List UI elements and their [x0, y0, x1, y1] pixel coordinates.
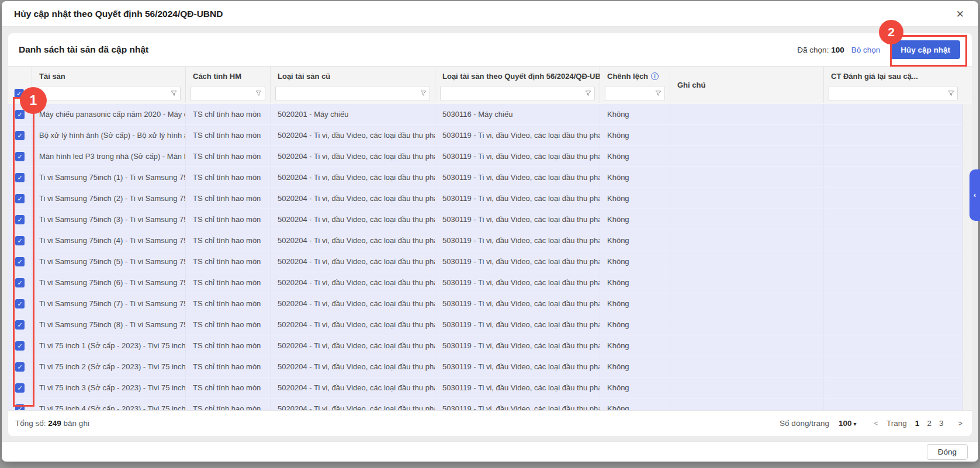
cell-old_type: 5020204 - Ti vi, đầu Video, các loại đầu…	[271, 377, 435, 398]
table-row[interactable]: ✓Bộ xử lý hình ảnh (Sở cấp) - Bộ xử lý h…	[8, 125, 972, 146]
table-header: ✓Tài sảnCách tính HMLoại tài sản cũLoại …	[8, 66, 972, 103]
table-row[interactable]: ✓Ti vi Samsung 75inch (3) - Ti vi Samsun…	[8, 209, 972, 230]
row-checkbox-cell: ✓	[8, 146, 32, 167]
rows-per-page-select[interactable]: 100▾	[839, 419, 857, 428]
cell-note	[670, 335, 824, 356]
table-row[interactable]: ✓Ti vi Samsung 75inch (1) - Ti vi Samsun…	[8, 167, 972, 188]
table-row[interactable]: ✓Máy chiếu panasonic cấp năm 2020 - Máy …	[8, 104, 972, 125]
table-row[interactable]: ✓Ti vi 75 inch 4 (Sở cấp - 2023) - Tivi …	[8, 398, 972, 410]
table-row[interactable]: ✓Ti vi Samsung 75inch (4) - Ti vi Samsun…	[8, 230, 972, 251]
info-icon[interactable]: i	[651, 72, 659, 80]
close-dialog-button[interactable]: Đóng	[927, 444, 968, 460]
table-row[interactable]: ✓Ti vi Samsung 75inch (2) - Ti vi Samsun…	[8, 188, 972, 209]
page-number-3[interactable]: 3	[939, 419, 944, 428]
column-filter	[275, 86, 430, 101]
row-checkbox-cell: ✓	[8, 356, 32, 377]
cell-method: TS chỉ tính hao mòn	[186, 356, 271, 377]
cell-difference: Không	[600, 188, 670, 209]
row-checkbox[interactable]: ✓	[15, 320, 25, 330]
row-checkbox[interactable]: ✓	[15, 131, 25, 140]
cell-difference: Không	[600, 335, 670, 356]
column-filter	[37, 86, 181, 101]
filter-input[interactable]	[829, 86, 958, 101]
table-row[interactable]: ✓Màn hình led P3 trong nhà (Sở cấp) - Mà…	[8, 146, 972, 167]
vertical-scrollbar[interactable]	[962, 104, 972, 410]
cell-asset: Bộ xử lý hình ảnh (Sở cấp) - Bộ xử lý hì…	[32, 125, 186, 145]
total-value: 249	[48, 419, 61, 428]
column-filter	[829, 86, 958, 101]
filter-input[interactable]	[440, 86, 595, 101]
table-row[interactable]: ✓Ti vi Samsung 75inch (7) - Ti vi Samsun…	[8, 293, 972, 314]
dialog-title: Hủy cập nhật theo Quyết định 56/2024/QĐ-…	[2, 9, 223, 19]
column-header: Tài sản	[32, 67, 186, 103]
row-checkbox[interactable]: ✓	[15, 257, 25, 266]
table-row[interactable]: ✓Ti vi 75 inch 3 (Sở cấp - 2023) - Tivi …	[8, 377, 972, 398]
column-filter	[440, 86, 595, 101]
cell-revaluation	[824, 146, 962, 167]
row-checkbox-cell: ✓	[8, 209, 32, 230]
cell-revaluation	[824, 188, 962, 209]
row-checkbox[interactable]: ✓	[15, 404, 25, 411]
cell-note	[670, 377, 824, 398]
cell-old_type: 5020204 - Ti vi, đầu Video, các loại đầu…	[271, 209, 435, 230]
cell-note	[670, 209, 824, 230]
cell-new_type: 5030119 - Ti vi, đầu Video, các loại đầu…	[435, 272, 600, 293]
cell-asset: Ti vi Samsung 75inch (4) - Ti vi Samsung…	[32, 230, 186, 251]
close-icon[interactable]: ✕	[956, 1, 964, 27]
row-checkbox[interactable]: ✓	[15, 110, 25, 119]
previous-page-button[interactable]: <	[874, 419, 879, 428]
page-numbers: 123	[915, 419, 951, 428]
deselect-link[interactable]: Bỏ chọn	[851, 46, 881, 54]
row-checkbox[interactable]: ✓	[15, 341, 25, 351]
cell-note	[670, 167, 824, 188]
table-row[interactable]: ✓Ti vi 75 inch 1 (Sở cấp - 2023) - Tivi …	[8, 335, 972, 356]
row-checkbox[interactable]: ✓	[15, 236, 25, 245]
cell-old_type: 5020204 - Ti vi, đầu Video, các loại đầu…	[271, 251, 435, 272]
cell-old_type: 5020204 - Ti vi, đầu Video, các loại đầu…	[271, 293, 435, 314]
table-body: ✓Máy chiếu panasonic cấp năm 2020 - Máy …	[8, 104, 972, 410]
cell-note	[670, 188, 824, 209]
cell-old_type: 5020204 - Ti vi, đầu Video, các loại đầu…	[271, 356, 435, 377]
total-label: Tổng số:	[15, 419, 46, 428]
row-checkbox[interactable]: ✓	[15, 299, 25, 308]
cell-method: TS chỉ tính hao mòn	[186, 335, 271, 356]
cell-revaluation	[824, 209, 962, 230]
cell-revaluation	[824, 377, 962, 398]
column-filter	[605, 86, 665, 101]
row-checkbox[interactable]: ✓	[15, 173, 25, 182]
filter-input[interactable]	[275, 86, 430, 101]
cell-method: TS chỉ tính hao mòn	[186, 230, 271, 251]
table-row[interactable]: ✓Ti vi Samsung 75inch (5) - Ti vi Samsun…	[8, 251, 972, 272]
row-checkbox[interactable]: ✓	[15, 215, 25, 224]
row-checkbox[interactable]: ✓	[15, 383, 25, 393]
selected-label: Đã chọn:	[797, 46, 829, 54]
cell-old_type: 5020204 - Ti vi, đầu Video, các loại đầu…	[271, 335, 435, 356]
cell-asset: Ti vi Samsung 75inch (3) - Ti vi Samsung…	[32, 209, 186, 230]
table-row[interactable]: ✓Ti vi Samsung 75inch (6) - Ti vi Samsun…	[8, 272, 972, 293]
panel-header: Danh sách tài sản đã cập nhật Đã chọn: 1…	[8, 33, 972, 66]
select-all-checkbox[interactable]: ✓	[15, 89, 24, 98]
cell-difference: Không	[600, 146, 670, 167]
row-checkbox[interactable]: ✓	[15, 194, 25, 203]
cancel-update-button[interactable]: Hủy cập nhật	[891, 40, 960, 59]
column-header: CT Đánh giá lại sau cậ...	[824, 67, 962, 103]
dialog-titlebar: Hủy cập nhật theo Quyết định 56/2024/QĐ-…	[2, 1, 978, 27]
side-panel-toggle[interactable]: ‹	[969, 169, 980, 221]
cell-asset: Ti vi 75 inch 2 (Sở cấp - 2023) - Tivi 7…	[32, 356, 186, 377]
cell-note	[670, 272, 824, 293]
row-checkbox[interactable]: ✓	[15, 152, 25, 161]
filter-input[interactable]	[191, 86, 265, 101]
page-number-2[interactable]: 2	[927, 419, 931, 428]
next-page-button[interactable]: >	[958, 419, 962, 428]
row-checkbox[interactable]: ✓	[15, 278, 25, 287]
cell-asset: Máy chiếu panasonic cấp năm 2020 - Máy c…	[32, 104, 186, 124]
total-records: Tổng số: 249 bản ghi	[15, 419, 771, 428]
filter-input[interactable]	[37, 86, 181, 101]
page-number-1[interactable]: 1	[915, 419, 920, 428]
table-row[interactable]: ✓Ti vi Samsung 75inch (8) - Ti vi Samsun…	[8, 314, 972, 335]
table-row[interactable]: ✓Ti vi 75 inch 2 (Sở cấp - 2023) - Tivi …	[8, 356, 972, 377]
row-checkbox[interactable]: ✓	[15, 362, 25, 372]
filter-input[interactable]	[605, 86, 665, 101]
cell-difference: Không	[600, 167, 670, 188]
cell-new_type: 5030119 - Ti vi, đầu Video, các loại đầu…	[435, 209, 600, 230]
